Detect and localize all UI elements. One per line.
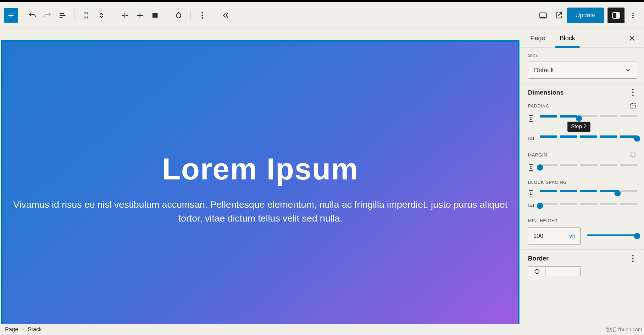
vertical-axis-icon: [528, 114, 534, 123]
vertical-axis-icon: [528, 189, 534, 197]
margin-control[interactable]: [528, 163, 637, 172]
padding-horizontal-control[interactable]: [528, 135, 637, 143]
svg-point-9: [632, 17, 634, 18]
border-title: Border: [528, 255, 549, 262]
document-overview-button[interactable]: [55, 8, 70, 23]
svg-point-7: [632, 13, 634, 14]
block-options-button[interactable]: [195, 8, 209, 23]
stack-block-icon[interactable]: [79, 8, 93, 23]
border-panel: Border: [521, 250, 644, 281]
min-height-unit[interactable]: vh: [569, 233, 575, 239]
min-height-slider[interactable]: [587, 234, 637, 238]
view-page-button[interactable]: [552, 8, 566, 23]
block-spacing-vertical-control[interactable]: [528, 189, 637, 197]
horizontal-axis-icon: [528, 202, 534, 210]
svg-rect-6: [616, 13, 619, 18]
horizontal-axis-icon: [528, 135, 534, 143]
close-sidebar-button[interactable]: [627, 33, 637, 43]
svg-point-17: [535, 269, 539, 273]
svg-rect-13: [631, 153, 635, 157]
align-button[interactable]: [118, 8, 132, 23]
svg-rect-4: [540, 13, 546, 17]
min-height-input[interactable]: 100 vh: [528, 228, 581, 244]
dimensions-panel: Dimensions PADDING Step: [521, 84, 644, 250]
editor-options-button[interactable]: [626, 8, 640, 23]
breadcrumb-current[interactable]: Stack: [28, 326, 42, 333]
chevron-right-icon: ›: [22, 326, 24, 333]
tab-block[interactable]: Block: [557, 29, 578, 47]
svg-rect-0: [153, 13, 158, 18]
svg-point-1: [202, 12, 203, 14]
svg-rect-11: [530, 117, 532, 120]
breadcrumb-root[interactable]: Page: [5, 326, 18, 333]
move-handle[interactable]: [94, 8, 108, 23]
svg-point-3: [202, 17, 203, 19]
size-label: SIZE: [528, 53, 637, 58]
block-spacing-horizontal-control[interactable]: [528, 202, 637, 210]
settings-sidebar: Page Block SIZE Default Dimensions PADDI…: [521, 29, 644, 335]
svg-point-2: [202, 14, 203, 16]
margin-label: MARGIN: [528, 152, 547, 157]
min-height-label: MIN. HEIGHT: [528, 218, 637, 223]
padding-label: PADDING: [528, 103, 549, 108]
svg-point-8: [632, 15, 634, 16]
selected-block[interactable]: Lorem Ipsum Vivamus id risus eu nisl ves…: [1, 40, 519, 335]
vertical-axis-icon: [528, 163, 534, 172]
duotone-button[interactable]: [171, 8, 186, 23]
full-width-button[interactable]: [148, 8, 162, 23]
hero-paragraph[interactable]: Vivamus id risus eu nisl vestibulum accu…: [12, 198, 508, 225]
size-select-value: Default: [534, 67, 554, 74]
margin-linked-toggle[interactable]: [629, 151, 637, 159]
chevron-down-icon: [625, 67, 631, 73]
collapse-toolbar-button[interactable]: [219, 8, 233, 23]
svg-rect-16: [530, 205, 532, 207]
size-select[interactable]: Default: [528, 62, 637, 79]
dimensions-title: Dimensions: [528, 89, 564, 96]
svg-rect-14: [530, 166, 532, 169]
tab-page[interactable]: Page: [528, 29, 548, 47]
update-button[interactable]: Update: [567, 8, 604, 23]
svg-rect-15: [530, 192, 532, 195]
dimensions-options-button[interactable]: [628, 89, 637, 96]
add-block-button[interactable]: [4, 8, 18, 23]
hero-title[interactable]: Lorem Ipsum: [162, 152, 359, 186]
undo-button[interactable]: [25, 8, 40, 23]
settings-panel-toggle[interactable]: [608, 8, 625, 23]
justify-button[interactable]: [133, 8, 147, 23]
padding-vertical-control[interactable]: Step 2: [528, 114, 637, 123]
block-spacing-label: BLOCK SPACING: [528, 180, 637, 185]
block-breadcrumb: Page › Stack 智汇 zhuon.com: [0, 324, 644, 335]
svg-rect-12: [530, 138, 532, 140]
redo-button[interactable]: [40, 8, 55, 23]
min-height-value: 100: [533, 233, 543, 239]
size-panel: SIZE Default: [521, 48, 644, 84]
border-options-button[interactable]: [628, 255, 637, 262]
watermark: 智汇 zhuon.com: [606, 327, 642, 333]
editor-canvas: Lorem Ipsum Vivamus id risus eu nisl ves…: [0, 29, 521, 335]
sidebar-tabs: Page Block: [521, 29, 644, 48]
padding-tooltip: Step 2: [567, 122, 590, 132]
padding-linked-toggle[interactable]: [629, 102, 637, 110]
device-preview-button[interactable]: [536, 8, 550, 23]
top-toolbar: Update: [0, 2, 644, 29]
